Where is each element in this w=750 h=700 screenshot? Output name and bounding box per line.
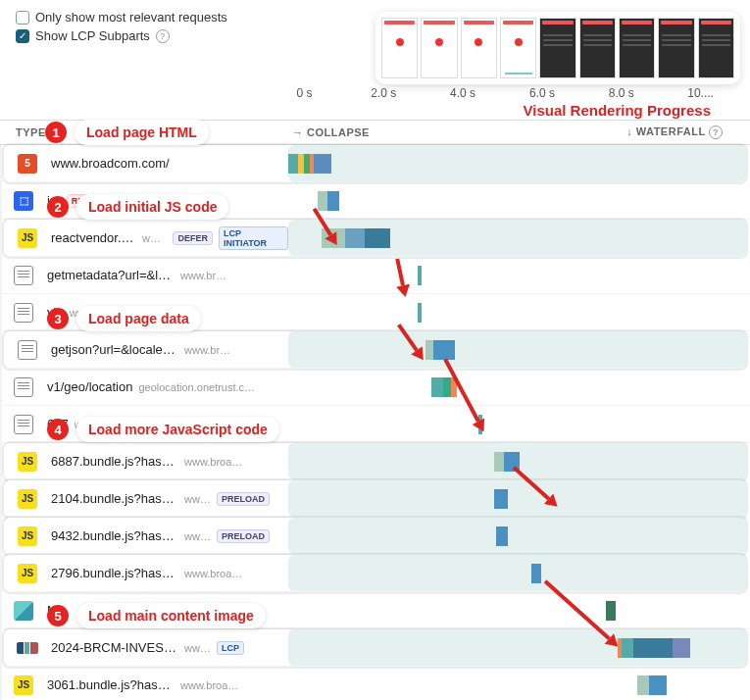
- request-row[interactable]: JS2104.bundle.js?hash…ww…PRELOAD: [4, 480, 746, 518]
- request-host: www.br…: [180, 270, 226, 281]
- request-row[interactable]: JSreactvendor.b…ww…DEFERLCP INITIATOR: [4, 220, 746, 257]
- waterfall-cell: [284, 369, 740, 405]
- doc-file-icon: [14, 377, 33, 397]
- waterfall-cell: [288, 518, 736, 554]
- help-icon[interactable]: ?: [709, 125, 723, 139]
- highlight-band: [288, 331, 746, 368]
- col-type[interactable]: TYPE: [0, 126, 47, 138]
- imgstrip-file-icon: [17, 642, 38, 654]
- doc-file-icon: [18, 340, 37, 360]
- request-url: getmetadata?url=&locale=…: [47, 268, 175, 282]
- request-url: 2024-BRCM-INVESTOR…: [51, 640, 178, 655]
- waterfall-cell: [288, 480, 736, 517]
- request-url: 2796.bundle.js?hash=41**: [51, 566, 178, 580]
- time-axis: 0 s2.0 s4.0 s6.0 s8.0 s10....: [265, 86, 740, 100]
- doc-file-icon: [14, 266, 33, 285]
- annotation-callout: 4Load more JavaScript code: [47, 417, 279, 442]
- timing-bar[interactable]: [496, 526, 508, 546]
- highlight-band: [288, 518, 746, 554]
- timing-bar[interactable]: [606, 601, 616, 621]
- js-file-icon: JS: [18, 489, 37, 509]
- js-file-icon: JS: [14, 675, 33, 695]
- checkbox-checked-icon: ✓: [16, 29, 29, 43]
- badge: PRELOAD: [217, 529, 270, 543]
- callout-label: Load page HTML: [75, 120, 209, 145]
- callout-number: 1: [45, 122, 67, 143]
- request-row[interactable]: getjson?url=&locale=en-us…www.br…: [4, 331, 746, 369]
- col-waterfall[interactable]: ↓ WATERFALL ?: [626, 125, 750, 139]
- checkbox-icon: [16, 11, 29, 25]
- waterfall-cell: [284, 406, 740, 442]
- request-url: 6887.bundle.js?hash=14**: [51, 454, 178, 469]
- relevant-label: Only show most relevant requests: [35, 10, 227, 25]
- callout-number: 5: [47, 605, 69, 626]
- request-row[interactable]: JS3061.bundle.js?hash=46**www.broa…: [0, 667, 750, 700]
- request-row[interactable]: 2024-BRCM-INVESTOR…ww…LCP: [4, 629, 746, 667]
- js-file-icon: JS: [18, 526, 37, 546]
- request-row[interactable]: v1/geo/locationgeolocation.onetrust.c…: [0, 369, 750, 406]
- callout-number: 4: [47, 419, 69, 440]
- request-host: geolocation.onetrust.c…: [138, 381, 255, 393]
- request-host: www.br…: [184, 344, 230, 356]
- request-url: getjson?url=&locale=en-us…: [51, 342, 178, 357]
- waterfall-cell: [284, 182, 740, 219]
- request-url: 3061.bundle.js?hash=46**: [47, 677, 175, 692]
- request-row[interactable]: getmetadata?url=&locale=…www.br…: [0, 257, 750, 294]
- waterfall-cell: [284, 257, 740, 293]
- collapse-button[interactable]: → COLLAPSE: [284, 126, 370, 138]
- highlight-band: [288, 555, 746, 591]
- request-row[interactable]: JS9432.bundle.js?hash…ww…PRELOAD: [4, 518, 746, 555]
- waterfall-cell: [288, 145, 736, 181]
- timeline-area: 0 s2.0 s4.0 s6.0 s8.0 s10....: [265, 0, 750, 108]
- waterfall-cell: [284, 294, 740, 330]
- request-host: ww…: [184, 642, 211, 654]
- request-row[interactable]: 5www.broadcom.com/: [4, 145, 746, 182]
- callout-number: 2: [47, 196, 69, 218]
- callout-label: Load main content image: [76, 603, 266, 628]
- html-file-icon: 5: [18, 154, 37, 174]
- timing-bar[interactable]: [637, 675, 667, 695]
- timing-bar[interactable]: [494, 489, 508, 509]
- badge: LCP INITIATOR: [219, 226, 288, 250]
- request-url: v1/geo/location: [47, 379, 132, 394]
- annotation-callout: 1Load page HTML: [45, 120, 209, 145]
- img-file-icon: [14, 601, 33, 621]
- annotation-callout: 2Load initial JS code: [47, 194, 228, 220]
- timing-bar[interactable]: [418, 303, 422, 323]
- waterfall-cell: [284, 592, 740, 628]
- help-icon[interactable]: ?: [156, 29, 170, 43]
- callout-label: Load initial JS code: [76, 194, 228, 220]
- waterfall-cell: [288, 220, 736, 256]
- timing-bar[interactable]: [531, 564, 541, 583]
- request-host: www.broa…: [184, 568, 242, 579]
- callout-label: Load more JavaScript code: [76, 417, 279, 442]
- request-row[interactable]: JS6887.bundle.js?hash=14**www.broa…: [4, 443, 746, 480]
- doc-file-icon: [14, 303, 33, 323]
- request-url: 9432.bundle.js?hash…: [51, 528, 178, 543]
- request-host: www.broa…: [180, 679, 238, 691]
- filmstrip-caption: Visual Rendering Progress: [524, 102, 711, 119]
- filmstrip[interactable]: [375, 12, 740, 84]
- badge: PRELOAD: [217, 492, 270, 506]
- subparts-label: Show LCP Subparts: [35, 28, 150, 43]
- callout-number: 3: [47, 308, 69, 329]
- timing-bar[interactable]: [618, 638, 690, 658]
- callout-label: Load page data: [76, 306, 201, 331]
- timing-bar[interactable]: [418, 266, 422, 285]
- request-url: www.broadcom.com/: [51, 156, 170, 171]
- request-row[interactable]: JS2796.bundle.js?hash=41**www.broa…: [4, 555, 746, 592]
- request-host: ww…: [184, 530, 211, 542]
- js-file-icon: JS: [18, 228, 37, 248]
- badge: DEFER: [173, 231, 213, 245]
- request-url: 2104.bundle.js?hash…: [51, 491, 178, 506]
- css-file-icon: ⬚: [14, 191, 33, 211]
- waterfall-cell: [288, 555, 736, 591]
- request-host: www.broa…: [184, 456, 242, 468]
- js-file-icon: JS: [18, 452, 37, 472]
- request-url: reactvendor.b…: [51, 230, 136, 245]
- badge: LCP: [217, 641, 244, 655]
- waterfall-cell: [288, 629, 736, 666]
- svg-line-2: [397, 259, 403, 285]
- timing-bar[interactable]: [288, 154, 331, 174]
- waterfall-cell: [284, 667, 740, 700]
